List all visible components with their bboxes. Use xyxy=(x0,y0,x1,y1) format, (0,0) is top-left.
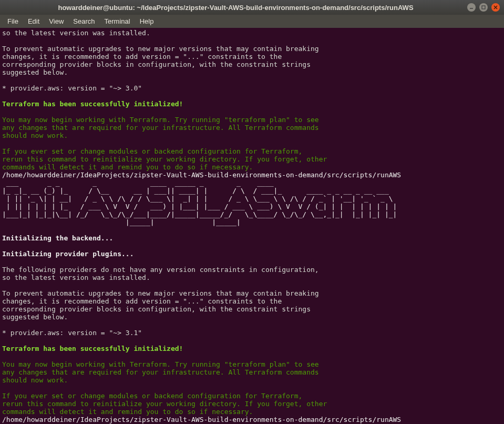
minimize-icon xyxy=(469,5,474,9)
term-path: /home/howarddeiner/IdeaProjects/zipster-… xyxy=(2,171,401,179)
close-button[interactable] xyxy=(491,3,500,12)
menubar: File Edit View Search Terminal Help xyxy=(0,15,504,28)
term-heading: Initializing the backend... xyxy=(2,234,113,242)
ascii-art: |_ _|_ __ (_) |_ / \__ __ | ___|| ____| … xyxy=(2,187,397,195)
term-line: If you ever set or change modules or bac… xyxy=(2,147,302,155)
minimize-button[interactable] xyxy=(467,3,476,12)
window-titlebar: howarddeiner@ubuntu: ~/IdeaProjects/zips… xyxy=(0,0,504,15)
menu-terminal[interactable]: Terminal xyxy=(100,16,135,26)
maximize-button[interactable] xyxy=(479,3,488,12)
term-line: The following providers do not have any … xyxy=(2,266,319,274)
term-line: * provider.aws: version = "~> 3.1" xyxy=(2,329,142,337)
term-line: To prevent automatic upgrades to new maj… xyxy=(2,289,319,297)
term-line: commands will detect it and remind you t… xyxy=(2,408,253,416)
term-line: any changes that are required for your i… xyxy=(2,368,319,376)
term-line: changes, it is recommended to add versio… xyxy=(2,53,282,60)
term-line: rerun this command to reinitialize your … xyxy=(2,400,327,408)
term-line: * provider.aws: version = "~> 3.0" xyxy=(2,84,142,92)
term-line: changes, it is recommended to add versio… xyxy=(2,297,282,305)
menu-help[interactable]: Help xyxy=(136,16,158,26)
term-line: corresponding provider blocks in configu… xyxy=(2,60,311,68)
window-controls xyxy=(467,3,500,12)
term-line: rerun this command to reinitialize your … xyxy=(2,155,327,163)
menu-view[interactable]: View xyxy=(45,16,68,26)
term-line: If you ever set or change modules or bac… xyxy=(2,392,302,400)
close-icon xyxy=(493,5,498,9)
term-success: Terraform has been successfully initiali… xyxy=(2,345,183,352)
term-line: corresponding provider blocks in configu… xyxy=(2,305,311,313)
term-line: should now work. xyxy=(2,376,68,384)
term-line: any changes that are required for your i… xyxy=(2,124,319,132)
ascii-art: |___|_| |_|_|\__| /_/ \_\_/\_/___|____/|… xyxy=(2,210,397,218)
svg-rect-1 xyxy=(482,6,485,9)
term-line: so the latest version was installed. xyxy=(2,29,150,37)
ascii-art: ___ _ _ _ ____ _____ _ _ ____ xyxy=(2,179,418,187)
menu-edit[interactable]: Edit xyxy=(24,16,44,26)
maximize-icon xyxy=(481,5,486,9)
term-success: Terraform has been successfully initiali… xyxy=(2,100,183,108)
window-title: howarddeiner@ubuntu: ~/IdeaProjects/zips… xyxy=(4,4,467,12)
term-line: You may now begin working with Terraform… xyxy=(2,116,319,124)
terminal-output[interactable]: so the latest version was installed. To … xyxy=(0,28,504,424)
term-line: so the latest version was installed. xyxy=(2,274,150,281)
term-path: /home/howarddeiner/IdeaProjects/zipster-… xyxy=(2,416,401,423)
term-line: should now work. xyxy=(2,132,68,139)
ascii-art: | || | | | | |_ / ___ \ V V / ___) | |__… xyxy=(2,203,397,210)
term-heading: Initializing provider plugins... xyxy=(2,250,133,258)
ascii-art: | || '_ \| | __| / _ \ \ /\ / / \___ \| … xyxy=(2,195,397,203)
menu-search[interactable]: Search xyxy=(69,16,99,26)
term-line: You may now begin working with Terraform… xyxy=(2,360,319,368)
ascii-art: |_____| |_____| xyxy=(2,218,397,226)
term-line: To prevent automatic upgrades to new maj… xyxy=(2,45,319,53)
term-line: suggested below. xyxy=(2,313,68,321)
term-line: commands will detect it and remind you t… xyxy=(2,163,253,171)
menu-file[interactable]: File xyxy=(3,16,23,26)
term-line: suggested below. xyxy=(2,68,68,76)
